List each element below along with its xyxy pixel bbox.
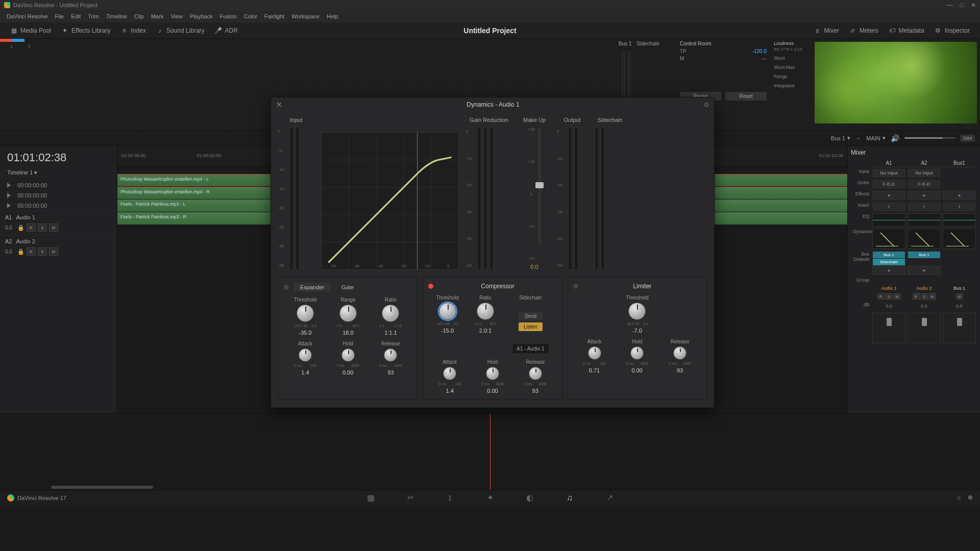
record-button[interactable]: R bbox=[27, 223, 36, 232]
exp-release-knob[interactable] bbox=[384, 348, 397, 362]
menu-trim[interactable]: Trim bbox=[84, 13, 103, 19]
lim-attack-knob[interactable] bbox=[588, 346, 601, 360]
mixer-button[interactable]: ⫼Mixer bbox=[809, 27, 844, 34]
menu-workspace[interactable]: Workspace bbox=[288, 13, 323, 19]
comp-hold-knob[interactable] bbox=[486, 367, 499, 380]
minimize-icon[interactable]: — bbox=[947, 2, 953, 9]
expander-tab[interactable]: Expander bbox=[294, 283, 330, 292]
add-effect-button[interactable]: + bbox=[872, 191, 905, 200]
add-bus-button[interactable]: + bbox=[872, 266, 905, 275]
comp-ratio-knob[interactable] bbox=[477, 303, 494, 320]
color-page-icon[interactable]: ◐ bbox=[525, 493, 534, 503]
maximize-icon[interactable]: □ bbox=[960, 2, 964, 9]
mute-button[interactable]: M bbox=[49, 223, 58, 232]
bus-dropdown[interactable]: Bus 1▾ bbox=[831, 135, 850, 141]
makeup-slider[interactable] bbox=[538, 127, 541, 244]
solo-button[interactable]: S bbox=[38, 223, 47, 232]
play-icon[interactable] bbox=[7, 203, 12, 208]
menu-fairlight[interactable]: Fairlight bbox=[261, 13, 288, 19]
comp-threshold-knob[interactable] bbox=[439, 303, 456, 320]
play-icon[interactable] bbox=[7, 183, 12, 188]
insert-toggle[interactable]: I bbox=[943, 203, 975, 211]
comp-release-knob[interactable] bbox=[529, 367, 542, 380]
menu-file[interactable]: File bbox=[52, 13, 68, 19]
m-button[interactable]: M bbox=[929, 293, 936, 299]
sidechain-source-dropdown[interactable]: A1 - Audio 1 bbox=[512, 343, 549, 354]
sound-library-button[interactable]: ♪Sound Library bbox=[151, 27, 210, 34]
exp-hold-knob[interactable] bbox=[341, 348, 355, 362]
s-button[interactable]: S bbox=[921, 293, 928, 299]
m-button[interactable]: M bbox=[956, 293, 963, 299]
gate-tab[interactable]: Gate bbox=[335, 283, 360, 292]
channel-fader[interactable] bbox=[908, 313, 941, 343]
menu-playback[interactable]: Playback bbox=[186, 13, 216, 19]
dialog-settings-icon[interactable]: ⊙ bbox=[704, 101, 709, 108]
exp-threshold-value[interactable]: -35.0 bbox=[299, 330, 311, 336]
lim-threshold-knob[interactable] bbox=[628, 303, 646, 320]
menu-davinci[interactable]: DaVinci Resolve bbox=[3, 13, 52, 19]
lock-icon[interactable]: 🔒 bbox=[17, 224, 24, 231]
menu-help[interactable]: Help bbox=[323, 13, 342, 19]
insert-toggle[interactable]: I bbox=[908, 203, 940, 211]
exp-ratio-value[interactable]: 1:1.1 bbox=[384, 330, 397, 336]
eq-button[interactable] bbox=[908, 213, 941, 227]
input-select[interactable]: No Input bbox=[873, 169, 905, 177]
settings-icon[interactable]: ⚙ bbox=[968, 494, 973, 501]
sidechain-send-button[interactable]: Send bbox=[519, 312, 543, 320]
deliver-page-icon[interactable]: ↗ bbox=[605, 493, 614, 503]
arrow-right-icon[interactable]: → bbox=[855, 135, 861, 141]
playhead[interactable] bbox=[490, 414, 491, 490]
record-button[interactable]: R bbox=[27, 247, 36, 256]
dynamics-curve[interactable]: -50-40-30-20-100 bbox=[321, 132, 459, 270]
sidechain-output[interactable]: Sidechain bbox=[873, 259, 905, 265]
exp-attack-knob[interactable] bbox=[299, 348, 312, 362]
play-icon[interactable] bbox=[7, 193, 12, 198]
exp-ratio-knob[interactable] bbox=[382, 305, 399, 322]
add-effect-button[interactable]: + bbox=[943, 191, 976, 200]
add-effect-button[interactable]: + bbox=[908, 191, 941, 200]
order-select[interactable]: F-E-D bbox=[873, 180, 905, 188]
inspector-button[interactable]: ⚙Inspector bbox=[929, 27, 975, 34]
bus-output[interactable]: Bus 1 bbox=[908, 252, 940, 258]
menu-fusion[interactable]: Fusion bbox=[216, 13, 240, 19]
adr-button[interactable]: 🎤ADR bbox=[210, 27, 243, 34]
channel-fader[interactable] bbox=[943, 313, 976, 343]
eq-button[interactable] bbox=[872, 213, 905, 227]
sidechain-listen-button[interactable]: Listen bbox=[519, 322, 543, 331]
dialog-close-button[interactable]: ✕ bbox=[276, 101, 282, 109]
cut-page-icon[interactable]: ✂ bbox=[406, 493, 415, 503]
volume-slider[interactable] bbox=[904, 137, 955, 139]
media-pool-button[interactable]: ▦Media Pool bbox=[5, 27, 56, 34]
exp-range-knob[interactable] bbox=[339, 305, 357, 322]
media-page-icon[interactable]: ▦ bbox=[366, 493, 375, 503]
exp-range-value[interactable]: 18.0 bbox=[342, 330, 353, 336]
r-button[interactable]: R bbox=[877, 293, 885, 299]
menu-mark[interactable]: Mark bbox=[148, 13, 167, 19]
dynamics-button[interactable] bbox=[943, 229, 976, 249]
order-select[interactable]: F-E-D bbox=[908, 180, 940, 188]
fairlight-page-icon[interactable]: ♫ bbox=[565, 493, 574, 503]
menu-clip[interactable]: Clip bbox=[131, 13, 148, 19]
solo-button[interactable]: S bbox=[38, 247, 47, 256]
speaker-icon[interactable]: 🔊 bbox=[891, 134, 899, 142]
dim-button[interactable]: DIM bbox=[961, 135, 975, 142]
meters-button[interactable]: ⫻Meters bbox=[844, 27, 884, 34]
bus-output[interactable]: Bus 1 bbox=[873, 252, 905, 258]
lim-hold-knob[interactable] bbox=[630, 346, 644, 360]
edit-page-icon[interactable]: ⫿ bbox=[446, 493, 455, 503]
main-dropdown[interactable]: MAIN▾ bbox=[866, 135, 886, 141]
horizontal-scrollbar[interactable] bbox=[51, 486, 153, 489]
lock-icon[interactable]: 🔒 bbox=[17, 248, 24, 255]
makeup-handle[interactable] bbox=[535, 182, 544, 188]
exp-threshold-knob[interactable] bbox=[297, 305, 314, 322]
dynamics-button[interactable] bbox=[872, 229, 905, 249]
expander-enable-toggle[interactable] bbox=[284, 285, 289, 290]
mute-button[interactable]: M bbox=[49, 247, 58, 256]
limiter-enable-toggle[interactable] bbox=[573, 284, 578, 289]
m-button[interactable]: M bbox=[894, 293, 901, 299]
menu-edit[interactable]: Edit bbox=[67, 13, 84, 19]
s-button[interactable]: S bbox=[886, 293, 893, 299]
compressor-enable-toggle[interactable] bbox=[428, 284, 433, 289]
menu-color[interactable]: Color bbox=[240, 13, 261, 19]
comp-attack-knob[interactable] bbox=[443, 367, 456, 380]
